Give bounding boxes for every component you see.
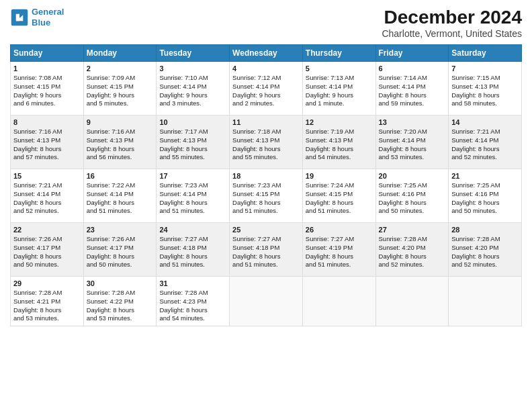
day-info-line: Daylight: 9 hours bbox=[159, 91, 226, 100]
day-info-line: Daylight: 8 hours bbox=[379, 199, 446, 208]
day-info-line: Sunset: 4:15 PM bbox=[306, 190, 373, 199]
day-number: 6 bbox=[379, 64, 446, 73]
day-info-line: Sunrise: 7:23 AM bbox=[232, 181, 300, 190]
day-cell bbox=[375, 277, 449, 326]
page: General Blue December 2024 Charlotte, Ve… bbox=[0, 0, 532, 411]
day-info-line: Sunrise: 7:12 AM bbox=[232, 74, 300, 83]
day-number: 9 bbox=[87, 118, 154, 126]
logo-icon bbox=[10, 8, 29, 27]
day-info-line: and 54 minutes. bbox=[159, 314, 226, 323]
logo-general: General bbox=[32, 7, 64, 17]
day-cell: 5Sunrise: 7:13 AMSunset: 4:14 PMDaylight… bbox=[302, 62, 375, 116]
day-cell: 26Sunrise: 7:27 AMSunset: 4:19 PMDayligh… bbox=[302, 223, 375, 277]
week-row-4: 22Sunrise: 7:26 AMSunset: 4:17 PMDayligh… bbox=[11, 223, 522, 277]
day-info-line: and 54 minutes. bbox=[306, 153, 373, 162]
day-cell: 18Sunrise: 7:23 AMSunset: 4:15 PMDayligh… bbox=[230, 169, 303, 223]
day-number: 23 bbox=[87, 226, 154, 234]
day-cell: 8Sunrise: 7:16 AMSunset: 4:13 PMDaylight… bbox=[11, 116, 84, 169]
day-number: 25 bbox=[232, 226, 300, 234]
day-info-line: and 50 minutes. bbox=[379, 207, 446, 216]
day-info-line: Daylight: 8 hours bbox=[379, 91, 446, 100]
day-info-line: Sunset: 4:15 PM bbox=[13, 83, 81, 91]
day-info-line: and 50 minutes. bbox=[451, 207, 519, 216]
logo: General Blue bbox=[10, 7, 64, 28]
day-info-line: Sunset: 4:14 PM bbox=[159, 190, 226, 199]
week-row-1: 1Sunrise: 7:08 AMSunset: 4:15 PMDaylight… bbox=[11, 62, 522, 116]
day-cell: 3Sunrise: 7:10 AMSunset: 4:14 PMDaylight… bbox=[157, 62, 230, 116]
header-cell-tuesday: Tuesday bbox=[157, 45, 230, 62]
day-number: 14 bbox=[451, 118, 519, 126]
day-info-line: Sunset: 4:17 PM bbox=[87, 244, 154, 253]
day-number: 21 bbox=[451, 172, 519, 180]
day-info-line: and 52 minutes. bbox=[379, 261, 446, 269]
day-cell: 17Sunrise: 7:23 AMSunset: 4:14 PMDayligh… bbox=[157, 169, 230, 223]
day-info-line: and 52 minutes. bbox=[451, 153, 519, 162]
main-title: December 2024 bbox=[382, 7, 522, 28]
day-info-line: Sunrise: 7:21 AM bbox=[13, 181, 81, 190]
day-number: 22 bbox=[13, 226, 81, 234]
day-info-line: Daylight: 8 hours bbox=[159, 306, 226, 315]
day-info-line: Daylight: 9 hours bbox=[87, 91, 154, 100]
day-info-line: and 3 minutes. bbox=[159, 99, 226, 108]
day-info-line: and 5 minutes. bbox=[87, 99, 154, 108]
day-info-line: Sunset: 4:14 PM bbox=[232, 83, 300, 91]
day-info-line: Sunset: 4:15 PM bbox=[87, 83, 154, 91]
day-cell: 21Sunrise: 7:25 AMSunset: 4:16 PMDayligh… bbox=[449, 169, 522, 223]
header-cell-saturday: Saturday bbox=[449, 45, 522, 62]
day-info-line: and 55 minutes. bbox=[232, 153, 300, 162]
day-info-line: and 51 minutes. bbox=[159, 207, 226, 216]
header-cell-sunday: Sunday bbox=[11, 45, 84, 62]
day-info-line: Sunset: 4:13 PM bbox=[87, 136, 154, 145]
day-info-line: Daylight: 9 hours bbox=[232, 91, 300, 100]
day-number: 16 bbox=[87, 172, 154, 180]
day-info-line: Daylight: 8 hours bbox=[306, 199, 373, 208]
day-info-line: Sunrise: 7:20 AM bbox=[379, 128, 446, 136]
day-info-line: Daylight: 8 hours bbox=[379, 145, 446, 154]
day-cell: 15Sunrise: 7:21 AMSunset: 4:14 PMDayligh… bbox=[11, 169, 84, 223]
day-info-line: Sunset: 4:21 PM bbox=[13, 298, 81, 306]
day-info-line: and 1 minute. bbox=[306, 99, 373, 108]
day-info-line: Sunrise: 7:24 AM bbox=[306, 181, 373, 190]
title-block: December 2024 Charlotte, Vermont, United… bbox=[382, 7, 522, 39]
day-info-line: Sunset: 4:17 PM bbox=[13, 244, 81, 253]
day-info-line: Sunrise: 7:23 AM bbox=[159, 181, 226, 190]
day-info-line: Sunrise: 7:27 AM bbox=[232, 235, 300, 244]
day-info-line: Sunrise: 7:18 AM bbox=[232, 128, 300, 136]
day-info-line: and 52 minutes. bbox=[13, 207, 81, 216]
day-info-line: Daylight: 8 hours bbox=[306, 253, 373, 261]
day-info-line: Daylight: 8 hours bbox=[87, 199, 154, 208]
logo-text: General Blue bbox=[32, 7, 64, 28]
day-info-line: Sunset: 4:18 PM bbox=[232, 244, 300, 253]
day-info-line: and 51 minutes. bbox=[87, 207, 154, 216]
day-info-line: Sunrise: 7:16 AM bbox=[87, 128, 154, 136]
day-info-line: Daylight: 8 hours bbox=[159, 253, 226, 261]
day-cell: 27Sunrise: 7:28 AMSunset: 4:20 PMDayligh… bbox=[375, 223, 449, 277]
day-info-line: Sunrise: 7:19 AM bbox=[306, 128, 373, 136]
day-cell: 6Sunrise: 7:14 AMSunset: 4:14 PMDaylight… bbox=[375, 62, 449, 116]
calendar-table: SundayMondayTuesdayWednesdayThursdayFrid… bbox=[10, 44, 522, 326]
day-info-line: and 2 minutes. bbox=[232, 99, 300, 108]
day-info-line: Daylight: 8 hours bbox=[13, 306, 81, 315]
day-info-line: Daylight: 8 hours bbox=[451, 145, 519, 154]
day-cell: 9Sunrise: 7:16 AMSunset: 4:13 PMDaylight… bbox=[83, 116, 157, 169]
day-cell: 29Sunrise: 7:28 AMSunset: 4:21 PMDayligh… bbox=[11, 277, 84, 326]
day-info-line: Daylight: 8 hours bbox=[232, 199, 300, 208]
day-cell: 20Sunrise: 7:25 AMSunset: 4:16 PMDayligh… bbox=[375, 169, 449, 223]
day-info-line: Daylight: 8 hours bbox=[87, 145, 154, 154]
day-info-line: Sunrise: 7:28 AM bbox=[87, 289, 154, 298]
day-info-line: Sunset: 4:15 PM bbox=[232, 190, 300, 199]
day-info-line: Daylight: 8 hours bbox=[379, 253, 446, 261]
day-info-line: Daylight: 8 hours bbox=[87, 253, 154, 261]
day-number: 28 bbox=[451, 226, 519, 234]
day-cell: 24Sunrise: 7:27 AMSunset: 4:18 PMDayligh… bbox=[157, 223, 230, 277]
day-info-line: Sunrise: 7:27 AM bbox=[306, 235, 373, 244]
subtitle: Charlotte, Vermont, United States bbox=[382, 28, 522, 39]
day-info-line: Sunset: 4:13 PM bbox=[232, 136, 300, 145]
day-info-line: Sunset: 4:19 PM bbox=[306, 244, 373, 253]
day-info-line: and 50 minutes. bbox=[87, 261, 154, 269]
day-info-line: Sunset: 4:14 PM bbox=[379, 136, 446, 145]
day-cell: 11Sunrise: 7:18 AMSunset: 4:13 PMDayligh… bbox=[230, 116, 303, 169]
day-info-line: Sunset: 4:14 PM bbox=[13, 190, 81, 199]
day-info-line: Sunrise: 7:15 AM bbox=[451, 74, 519, 83]
day-info-line: Daylight: 9 hours bbox=[13, 91, 81, 100]
